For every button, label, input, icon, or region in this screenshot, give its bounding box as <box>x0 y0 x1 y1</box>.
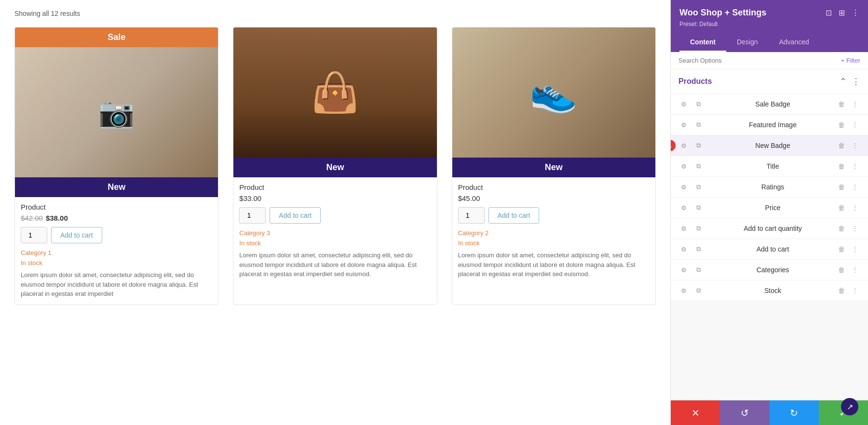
copy-icon-ratings[interactable]: ⧉ <box>693 182 704 192</box>
more-sale-badge[interactable]: ⋮ <box>850 99 860 109</box>
filter-button[interactable]: + Filter <box>841 57 860 64</box>
more-categories[interactable]: ⋮ <box>850 265 860 275</box>
cancel-button[interactable]: ✕ <box>671 400 720 425</box>
product-stock-1: In stock <box>21 259 212 266</box>
module-actions-sale-badge: 🗑 ⋮ <box>836 99 860 109</box>
screenshot-icon[interactable]: ⊡ <box>826 8 832 17</box>
settings-icon-categories[interactable]: ⚙ <box>678 265 689 275</box>
panel-tabs: Content Design Advanced <box>679 33 859 52</box>
add-to-cart-btn-1[interactable]: Add to cart <box>51 227 102 243</box>
new-badge-count: 1 <box>671 140 676 151</box>
more-stock[interactable]: ⋮ <box>850 286 860 295</box>
bottom-bar: ✕ ↺ ↻ ✓ <box>671 400 868 425</box>
qty-input-3[interactable] <box>458 207 485 224</box>
product-image-3 <box>452 27 655 158</box>
settings-icon-new-badge[interactable]: ⚙ <box>678 140 689 151</box>
module-left-icons-sale-badge: ⚙ ⧉ <box>678 99 704 109</box>
copy-icon-sale-badge[interactable]: ⧉ <box>693 99 704 109</box>
more-price[interactable]: ⋮ <box>850 203 860 212</box>
copy-icon-add-to-cart-qty[interactable]: ⧉ <box>693 223 704 234</box>
settings-icon-add-to-cart-qty[interactable]: ⚙ <box>678 223 689 234</box>
delete-add-to-cart[interactable]: 🗑 <box>836 244 847 254</box>
undo-button[interactable]: ↺ <box>720 400 769 425</box>
panel-title-row: Woo Shop + Settings ⊡ ⊞ ⋮ <box>679 8 859 18</box>
more-ratings[interactable]: ⋮ <box>850 182 860 192</box>
module-name-sale-badge: Sale Badge <box>709 100 836 108</box>
add-to-cart-btn-3[interactable]: Add to cart <box>488 207 540 224</box>
more-featured-image[interactable]: ⋮ <box>850 120 860 130</box>
settings-icon-featured-image[interactable]: ⚙ <box>678 120 689 130</box>
more-new-badge[interactable]: ⋮ <box>850 141 860 150</box>
module-actions-title: 🗑 ⋮ <box>836 161 860 171</box>
floating-handle[interactable]: ↗ <box>841 398 858 415</box>
more-icon[interactable]: ⋮ <box>852 8 859 17</box>
main-content: Showing all 12 results Sale New Product … <box>0 0 670 425</box>
module-actions-featured-image: 🗑 ⋮ <box>836 120 860 130</box>
tab-advanced[interactable]: Advanced <box>768 33 819 52</box>
settings-icon-stock[interactable]: ⚙ <box>678 285 689 296</box>
delete-title[interactable]: 🗑 <box>836 161 847 171</box>
copy-icon-price[interactable]: ⧉ <box>693 202 704 213</box>
product-image-2 <box>233 27 436 158</box>
product-description-2: Lorem ipsum dolor sit amet, consectetur … <box>239 251 431 279</box>
module-name-add-to-cart: Add to cart <box>709 245 836 253</box>
product-name-2: Product <box>239 183 431 191</box>
settings-icon-title[interactable]: ⚙ <box>678 161 689 172</box>
qty-input-2[interactable] <box>239 207 266 224</box>
module-new-badge: ⚙ ⧉ New Badge 🗑 ⋮ 1 <box>671 135 868 156</box>
products-grid: Sale New Product $42.00$38.00 Add to car… <box>14 27 656 305</box>
copy-icon-stock[interactable]: ⧉ <box>693 285 704 296</box>
settings-icon-price[interactable]: ⚙ <box>678 202 689 213</box>
qty-input-1[interactable] <box>21 227 47 243</box>
delete-featured-image[interactable]: 🗑 <box>836 120 847 130</box>
delete-price[interactable]: 🗑 <box>836 203 847 212</box>
tab-design[interactable]: Design <box>726 33 769 52</box>
add-to-cart-row-1: Add to cart <box>21 227 212 243</box>
module-name-new-badge: New Badge <box>709 142 836 149</box>
module-actions-price: 🗑 ⋮ <box>836 203 860 212</box>
settings-icon-sale-badge[interactable]: ⚙ <box>678 99 689 109</box>
redo-button[interactable]: ↻ <box>770 400 819 425</box>
add-to-cart-btn-2[interactable]: Add to cart <box>270 207 321 224</box>
copy-icon-title[interactable]: ⧉ <box>693 161 704 172</box>
more-title[interactable]: ⋮ <box>850 161 860 171</box>
delete-ratings[interactable]: 🗑 <box>836 182 847 192</box>
tab-content[interactable]: Content <box>679 33 726 52</box>
product-stock-3: In stock <box>458 239 650 247</box>
product-category-2[interactable]: Category 3 <box>239 229 431 237</box>
module-left-icons-featured-image: ⚙ ⧉ <box>678 120 704 130</box>
copy-icon-add-to-cart[interactable]: ⧉ <box>693 244 704 254</box>
add-to-cart-row-3: Add to cart <box>458 207 650 224</box>
settings-icon-add-to-cart[interactable]: ⚙ <box>678 244 689 254</box>
sale-badge-1: Sale <box>15 27 218 47</box>
module-name-price: Price <box>709 204 836 212</box>
collapse-icon[interactable]: ⌃ <box>840 76 847 87</box>
copy-icon-featured-image[interactable]: ⧉ <box>693 120 704 130</box>
delete-stock[interactable]: 🗑 <box>836 286 847 295</box>
delete-add-to-cart-qty[interactable]: 🗑 <box>836 224 847 233</box>
search-options-input[interactable] <box>678 57 836 64</box>
panel-preset[interactable]: Preset: Default <box>679 21 859 27</box>
delete-sale-badge[interactable]: 🗑 <box>836 99 847 109</box>
more-add-to-cart-qty[interactable]: ⋮ <box>850 224 860 233</box>
delete-categories[interactable]: 🗑 <box>836 265 847 275</box>
settings-icon-ratings[interactable]: ⚙ <box>678 182 689 192</box>
section-more-icon[interactable]: ⋮ <box>852 76 860 87</box>
product-category-3[interactable]: Category 2 <box>458 229 650 237</box>
module-left-icons-categories: ⚙ ⧉ <box>678 265 704 275</box>
right-panel: Woo Shop + Settings ⊡ ⊞ ⋮ Preset: Defaul… <box>670 0 868 425</box>
grid-icon[interactable]: ⊞ <box>839 8 845 17</box>
module-left-icons-add-to-cart: ⚙ ⧉ <box>678 244 704 254</box>
module-title: ⚙ ⧉ Title 🗑 ⋮ <box>671 156 868 177</box>
module-actions-add-to-cart: 🗑 ⋮ <box>836 244 860 254</box>
copy-icon-categories[interactable]: ⧉ <box>693 265 704 275</box>
module-actions-add-to-cart-qty: 🗑 ⋮ <box>836 224 860 233</box>
delete-new-badge[interactable]: 🗑 <box>836 141 847 150</box>
more-add-to-cart[interactable]: ⋮ <box>850 244 860 254</box>
product-image-1 <box>15 47 218 177</box>
copy-icon-new-badge[interactable]: ⧉ <box>693 140 704 151</box>
product-info-1: Product $42.00$38.00 Add to cart Categor… <box>15 197 218 305</box>
module-stock: ⚙ ⧉ Stock 🗑 ⋮ <box>671 280 868 301</box>
module-name-ratings: Ratings <box>709 183 836 191</box>
product-category-1[interactable]: Category 1 <box>21 249 212 256</box>
